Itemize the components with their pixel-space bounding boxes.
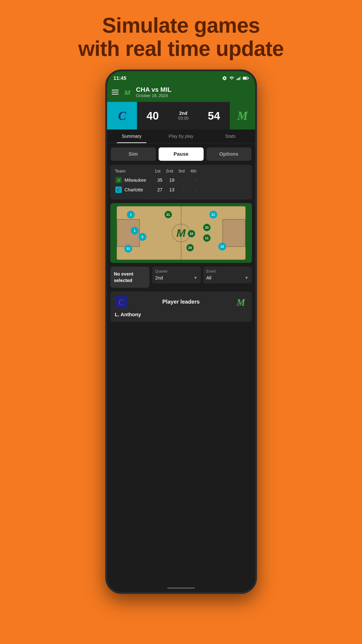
player-dot-1a: 1: [127, 211, 135, 218]
team-logo-header: M: [122, 87, 133, 98]
charlotte-team-icon: C: [115, 186, 122, 194]
player-leaders-section: C Player leaders M L. Anthony: [110, 292, 252, 322]
event-chevron-icon: ▼: [245, 276, 249, 280]
mil-q2: 19: [166, 178, 178, 183]
table-row-charlotte: C Charlotte 27 13 - -: [115, 186, 247, 194]
charlotte-logo-scoreboard: C: [113, 106, 131, 125]
header-text: CHA vs MIL October 18, 2024: [136, 86, 251, 98]
header-title: CHA vs MIL: [136, 86, 251, 94]
milwaukee-team-name: Milwaukee: [125, 178, 154, 183]
options-button[interactable]: Options: [206, 148, 251, 161]
player-dot-11: 11: [203, 234, 211, 242]
svg-rect-5: [243, 77, 247, 79]
right-team-bg: M: [230, 102, 255, 130]
signal-icon: [236, 76, 241, 81]
right-score: 54: [208, 110, 220, 122]
sim-button[interactable]: Sim: [111, 148, 156, 161]
hamburger-menu[interactable]: [112, 90, 119, 94]
col-q4-header: 4th: [188, 168, 200, 174]
tab-summary[interactable]: Summary: [107, 130, 157, 143]
wifi-icon: [229, 76, 234, 81]
milwaukee-logo-leaders: M: [235, 296, 247, 308]
player-dot-33a: 33: [203, 224, 211, 232]
svg-text:C: C: [118, 109, 126, 122]
player-dot-10: 10: [188, 230, 195, 238]
court-logo: M: [177, 227, 186, 240]
player-dot-21a: 21: [164, 211, 172, 218]
col-q3-header: 3rd: [176, 168, 188, 174]
filter-group: Quarter 2nd ▼ Event All ▼: [152, 266, 252, 283]
mil-q1: 35: [154, 178, 166, 183]
right-key: [223, 219, 246, 247]
tab-play-by-play[interactable]: Play by play: [156, 130, 206, 143]
event-select[interactable]: All ▼: [206, 275, 249, 280]
table-row-milwaukee: M Milwaukee 35 19 - -: [115, 176, 247, 184]
battery-icon: [243, 76, 249, 81]
quarter-value: 2nd: [155, 275, 163, 280]
milwaukee-logo-scoreboard: M: [234, 108, 251, 124]
left-team-bg: C: [107, 102, 137, 130]
event-filter-box[interactable]: Event All ▼: [203, 266, 252, 283]
quarter-chevron-icon: ▼: [194, 276, 198, 280]
svg-text:C: C: [117, 188, 120, 192]
svg-text:M: M: [116, 178, 120, 182]
scoreboard: C 40 2nd 03:00 54 M: [107, 102, 255, 130]
player-dot-1b: 1: [131, 227, 139, 234]
settings-icon: [222, 76, 227, 81]
svg-text:M: M: [237, 297, 246, 308]
table-header: Team 1st 2nd 3rd 4th: [115, 168, 247, 174]
quarter-label: Quarter: [155, 269, 198, 274]
player-dot-5: 5: [139, 233, 146, 241]
svg-rect-0: [237, 79, 237, 80]
col-team-header: Team: [115, 168, 152, 174]
headline: Simulate games with real time update: [78, 14, 284, 60]
player-name: L. Anthony: [115, 312, 247, 318]
score-table: Team 1st 2nd 3rd 4th M Milwaukee 35 19 -…: [110, 165, 252, 200]
tab-stats[interactable]: Stats: [206, 130, 255, 143]
player-dot-22: 22: [124, 245, 132, 252]
no-event-box: No event selected: [110, 266, 149, 288]
court-surface: M 1 1 5 22 21 21 10 33 11 20 33: [117, 206, 246, 260]
event-label: Event: [206, 269, 249, 274]
player-dot-33b: 33: [218, 243, 226, 250]
svg-text:C: C: [118, 298, 124, 307]
basketball-court: M 1 1 5 22 21 21 10 33 11 20 33: [110, 203, 252, 263]
left-score: 40: [147, 110, 159, 122]
svg-rect-3: [240, 76, 241, 80]
svg-text:M: M: [237, 109, 248, 122]
action-buttons: Sim Pause Options: [107, 143, 255, 165]
player-dot-20: 20: [186, 244, 194, 252]
app-header: M CHA vs MIL October 18, 2024: [107, 83, 255, 102]
event-filter-row: No event selected Quarter 2nd ▼ Event Al…: [110, 266, 252, 288]
phone-screen: 11:45: [107, 71, 255, 592]
svg-rect-2: [239, 77, 240, 80]
game-time: 03:00: [178, 116, 188, 121]
player-dot-21b: 21: [209, 211, 217, 218]
event-value: All: [206, 275, 211, 280]
cha-q2: 13: [166, 187, 178, 192]
headline-line1: Simulate games: [78, 14, 284, 37]
status-time: 11:45: [113, 75, 126, 81]
header-date: October 18, 2024: [136, 94, 251, 98]
col-q1-header: 1st: [152, 168, 164, 174]
tabs-row: Summary Play by play Stats: [107, 130, 255, 143]
score-center: 40 2nd 03:00 54: [137, 102, 230, 130]
headline-line2: with real time update: [78, 37, 284, 60]
leaders-header: C Player leaders M: [115, 296, 247, 308]
svg-rect-1: [238, 78, 238, 80]
mil-q4: -: [190, 178, 202, 183]
col-q2-header: 2nd: [164, 168, 176, 174]
quarter-filter[interactable]: Quarter 2nd ▼: [152, 266, 201, 283]
charlotte-logo-leaders: C: [115, 296, 127, 308]
pause-button[interactable]: Pause: [159, 148, 204, 161]
svg-rect-6: [248, 78, 249, 79]
quarter-select[interactable]: 2nd ▼: [155, 275, 198, 280]
quarter-label: 2nd: [178, 111, 188, 116]
cha-q3: -: [178, 187, 190, 192]
svg-text:M: M: [124, 89, 130, 96]
milwaukee-team-icon: M: [115, 176, 122, 184]
status-bar: 11:45: [107, 71, 255, 83]
cha-q1: 27: [154, 187, 166, 192]
home-indicator: [167, 588, 195, 589]
leaders-title: Player leaders: [162, 298, 200, 305]
